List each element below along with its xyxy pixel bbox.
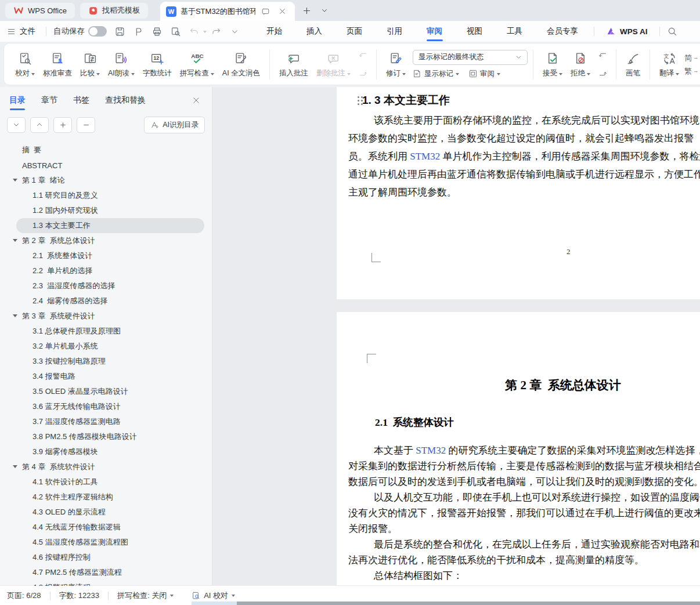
reject-button[interactable]: 拒绝 [567, 46, 594, 83]
page-indicator[interactable]: 页面: 6/28 [7, 590, 41, 601]
toc-item-chapter[interactable]: 第 2 章 系统总体设计 [0, 233, 212, 248]
traditional-to-simplified-button[interactable]: 繁→ 转简 [684, 66, 700, 76]
reject-revision-icon [573, 50, 588, 66]
toc-item[interactable]: 4.1 软件设计的工具 [0, 474, 212, 490]
drag-handle-icon[interactable] [358, 96, 359, 98]
sidebar-tab-chapters[interactable]: 章节 [41, 87, 57, 114]
word-count-button[interactable]: 12 字数统计 [139, 46, 176, 83]
search-icon[interactable] [665, 24, 680, 39]
toc-item[interactable]: 2.2 单片机的选择 [0, 263, 212, 278]
standard-review-button[interactable]: 标准审查 [39, 46, 76, 83]
previous-heading-button[interactable] [30, 117, 49, 133]
word-count-indicator[interactable]: 字数: 12233 [59, 590, 99, 601]
reviewer-button[interactable]: 审阅 [468, 69, 500, 79]
tab-document-active[interactable]: W 基于STM32的图书馆环境监 [160, 2, 295, 21]
toc-item[interactable]: 2.3 温湿度传感器的选择 [0, 278, 212, 294]
toc-item[interactable]: 1.2 国内外研究现状 [0, 203, 212, 218]
menu-tab-page[interactable]: 页面 [334, 21, 374, 42]
redo-icon[interactable] [208, 24, 223, 39]
next-change-icon[interactable] [596, 67, 609, 78]
traditional-char-icon: 繁 [684, 67, 692, 75]
menu-tab-home[interactable]: 开始 [254, 21, 294, 42]
tab-wps-office[interactable]: WPS Office [5, 3, 75, 19]
menu-tab-insert[interactable]: 插入 [294, 21, 334, 42]
insert-comment-button[interactable]: 插入批注 [275, 46, 312, 83]
ai-proofread-status[interactable]: AI 校对 [192, 590, 235, 601]
collapse-all-button[interactable] [77, 117, 95, 133]
toc-item[interactable]: 4.7 PM2.5 传感器监测流程 [0, 565, 212, 580]
save-icon[interactable] [112, 24, 127, 39]
toc-item[interactable]: 3.5 OLED 液晶显示电路设计 [0, 384, 212, 399]
tab-template[interactable]: 找稻壳模板 [80, 3, 148, 19]
toc-item[interactable]: 4.5 温湿度传感器监测流程图 [0, 535, 212, 550]
ai-recognize-toc-button[interactable]: AI识别目录 [144, 117, 205, 133]
wps-ai-button[interactable]: WPS AI [598, 26, 656, 37]
toc-item[interactable]: 4.3 OLED 的显示流程 [0, 505, 212, 520]
track-changes-button[interactable]: 修订 [382, 46, 410, 83]
toc-item[interactable]: 2.4 烟雾传感器的选择 [0, 294, 212, 309]
close-tab-icon[interactable] [276, 5, 289, 18]
toc-item[interactable]: 3.9 烟雾传感器模块 [0, 444, 212, 459]
document-page-1[interactable]: 1. 3 本文主要工作 该系统主要用于面粉存储环境的监控，在系统完成后可以实现对… [337, 87, 700, 299]
next-heading-button[interactable] [7, 117, 26, 133]
markup-state-select[interactable]: 显示标记的最终状态 [413, 50, 528, 65]
toc-item-chapter[interactable]: 第 1 章 绪论 [0, 173, 212, 188]
show-markup-button[interactable]: 显示标记 [413, 69, 459, 79]
previous-change-icon[interactable] [596, 50, 609, 61]
toc-item[interactable]: 4.4 无线蓝牙传输数据逻辑 [0, 520, 212, 535]
simplified-to-traditional-button[interactable]: 简→ 转繁 [684, 53, 700, 63]
toc-item[interactable]: 3.8 PM2.5 传感器模块电路设计 [0, 429, 212, 444]
delete-comment-button[interactable]: 删除批注 [312, 46, 355, 83]
ai-read-button[interactable]: AI朗读 [104, 46, 139, 83]
file-menu-button[interactable]: 文件 [0, 26, 42, 37]
toc-item[interactable]: 3.7 温湿度传感器监测电路 [0, 414, 212, 429]
previous-comment-icon[interactable] [356, 50, 370, 61]
more-commands-chevron-icon[interactable] [227, 24, 242, 39]
sidebar-tab-bookmarks[interactable]: 书签 [73, 87, 89, 114]
compare-button[interactable]: 比较 [76, 46, 104, 83]
menu-tab-reference[interactable]: 引用 [374, 21, 414, 42]
toc-item[interactable]: 3.1 总体硬件原理及原理图 [0, 324, 212, 339]
toc-item[interactable]: 4.2 软件主程序逻辑结构 [0, 490, 212, 505]
translate-button[interactable]: 文 翻译 [655, 46, 683, 83]
accept-button[interactable]: 接受 [539, 46, 567, 83]
toc-item[interactable]: 摘 要 [0, 143, 212, 158]
proofread-button[interactable]: 校对 [11, 46, 39, 83]
print-preview-icon[interactable] [168, 24, 183, 39]
expand-all-button[interactable] [53, 117, 72, 133]
toc-item-chapter[interactable]: 第 3 章 系统硬件设计 [0, 309, 212, 324]
next-comment-icon[interactable] [356, 67, 370, 78]
preview-window-icon[interactable] [259, 5, 272, 18]
toc-item[interactable]: 3.2 单片机最小系统 [0, 339, 212, 354]
spell-check-button[interactable]: ABC 拼写检查 [176, 46, 218, 83]
menu-tab-member[interactable]: 会员专享 [535, 21, 590, 42]
toc-item[interactable]: 3.3 按键控制电路原理 [0, 354, 212, 369]
accept-revision-icon [546, 50, 560, 66]
menu-tab-view[interactable]: 视图 [454, 21, 495, 42]
tab-list-chevron-icon[interactable] [318, 4, 331, 17]
menu-tab-review[interactable]: 审阅 [414, 21, 454, 42]
document-canvas[interactable]: 1. 3 本文主要工作 该系统主要用于面粉存储环境的监控，在系统完成后可以实现对… [212, 87, 700, 586]
sidebar-tab-contents[interactable]: 目录 [9, 87, 26, 114]
export-pdf-icon[interactable] [131, 24, 146, 39]
brush-button[interactable]: 画笔 [622, 46, 644, 83]
toc-item-chapter[interactable]: 第 4 章 系统软件设计 [0, 459, 212, 474]
print-icon[interactable] [149, 24, 164, 39]
close-sidebar-icon[interactable] [190, 94, 203, 107]
sidebar-tab-find-replace[interactable]: 查找和替换 [105, 87, 146, 114]
menu-tab-tools[interactable]: 工具 [495, 21, 535, 42]
toc-item[interactable]: 3.4 报警电路 [0, 369, 212, 384]
toc-item[interactable]: 2.1 系统整体设计 [0, 248, 212, 263]
toc-item[interactable]: 4.6 按键程序控制 [0, 550, 212, 565]
spell-check-status[interactable]: 拼写检查: 关闭 [117, 590, 174, 601]
undo-icon[interactable] [186, 24, 201, 39]
new-tab-plus-icon[interactable] [301, 4, 313, 17]
toc-item-selected[interactable]: 1.3 本文主要工作 [0, 218, 212, 233]
toc-item[interactable]: ABSTRACT [0, 158, 212, 173]
ai-polish-button[interactable]: AI 全文润色 [218, 46, 264, 83]
autosave-toggle[interactable] [88, 26, 107, 37]
toc-item[interactable]: 3.6 蓝牙无线传输电路设计 [0, 399, 212, 414]
toc-item[interactable]: 1.1 研究目的及意义 [0, 188, 212, 203]
undo-chevron-icon[interactable] [203, 31, 207, 33]
document-page-2[interactable]: 第 2 章 系统总体设计 2.1 系统整体设计 本文基于 STM32 的研究系统… [337, 312, 700, 586]
